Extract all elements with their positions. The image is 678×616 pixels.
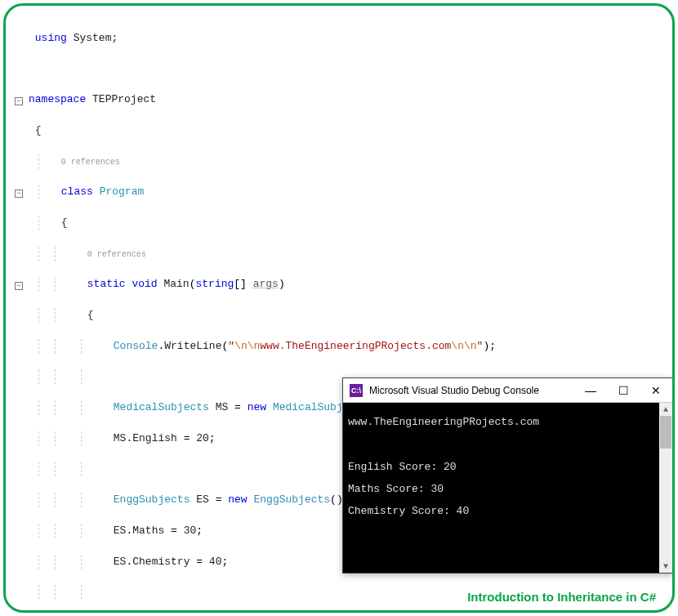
escape-seq: \n\n — [234, 340, 260, 352]
escape-seq: \n\n — [451, 340, 476, 352]
lit-30: 30 — [184, 524, 197, 537]
string-url: www.TheEngineeringPRojects.com — [260, 340, 451, 352]
cls-med: MedicalSubjects — [114, 401, 209, 413]
fold-icon[interactable]: − — [15, 97, 23, 105]
kw-namespace[interactable]: namespace — [29, 93, 86, 105]
var-es: ES — [114, 556, 127, 568]
maximize-button[interactable]: ☐ — [607, 378, 640, 403]
close-button[interactable]: ✕ — [640, 378, 672, 403]
cls-program: Program — [100, 185, 145, 198]
ns-name: TEPProject — [92, 93, 156, 105]
cls-engg: EnggSubjects — [114, 493, 190, 506]
cls-console: Console — [114, 340, 158, 352]
prop-english: English — [132, 432, 177, 444]
param-args: args — [253, 278, 279, 290]
prop-maths: Maths — [132, 524, 164, 537]
minimize-button[interactable]: — — [574, 378, 607, 403]
prop-chem: Chemistry — [132, 556, 190, 568]
var-es: ES — [196, 493, 209, 506]
scrollbar[interactable]: ▲ ▼ — [659, 403, 672, 573]
scroll-up-icon[interactable]: ▲ — [659, 403, 672, 416]
var-es: ES — [114, 524, 127, 537]
kw-new[interactable]: new — [228, 493, 247, 506]
scroll-thumb[interactable] — [660, 416, 671, 449]
kw-using[interactable]: using — [35, 32, 67, 44]
debug-console-window: C:\ Microsoft Visual Studio Debug Consol… — [342, 377, 673, 574]
console-output: www.TheEngineeringPRojects.com English S… — [343, 403, 672, 573]
console-line: English Score: 20 — [348, 461, 457, 473]
kw-new[interactable]: new — [248, 401, 266, 413]
scroll-down-icon[interactable]: ▼ — [659, 560, 672, 573]
console-line: Maths Score: 30 — [348, 483, 444, 495]
var-ms: MS — [216, 401, 229, 413]
document-frame: using System; −namespace TEPProject { 0 … — [3, 3, 675, 613]
fold-icon[interactable]: − — [15, 190, 23, 198]
ns-system: System — [74, 32, 112, 44]
cls-engg: EnggSubjects — [253, 493, 330, 506]
lit-20: 20 — [196, 432, 209, 444]
fn-main: Main — [163, 278, 189, 290]
fold-icon[interactable]: − — [15, 282, 23, 290]
codelens-ref[interactable]: 0 references — [61, 158, 120, 167]
kw-class[interactable]: class — [61, 185, 93, 198]
app-icon: C:\ — [350, 384, 363, 397]
codelens-ref[interactable]: 0 references — [87, 250, 146, 259]
window-title: Microsoft Visual Studio Debug Console — [369, 385, 574, 396]
lit-40: 40 — [209, 556, 222, 568]
console-line: Chemistry Score: 40 — [348, 505, 469, 517]
fn-writeline: WriteLine — [164, 340, 221, 352]
kw-void[interactable]: void — [132, 278, 157, 290]
var-ms: MS — [114, 432, 127, 444]
kw-static[interactable]: static — [87, 278, 126, 290]
kw-string[interactable]: string — [196, 278, 234, 290]
caption: Introduction to Inheritance in C# — [467, 590, 656, 604]
titlebar[interactable]: C:\ Microsoft Visual Studio Debug Consol… — [343, 378, 672, 403]
console-line: www.TheEngineeringPRojects.com — [348, 416, 539, 428]
